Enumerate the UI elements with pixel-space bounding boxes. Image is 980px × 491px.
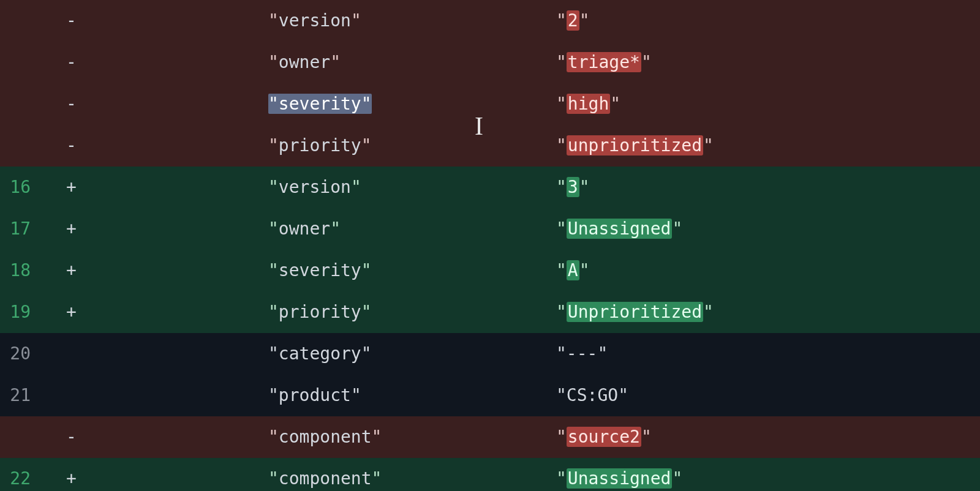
diff-view[interactable]: -"version""2"-"owner""triage*"-"severity…	[0, 0, 980, 491]
diff-key: "version"	[78, 167, 556, 208]
diff-line[interactable]: 18+"severity""A"	[0, 250, 980, 291]
diff-line[interactable]: 22+"component""Unassigned"	[0, 458, 980, 491]
diff-key: "component"	[78, 416, 556, 458]
diff-line[interactable]: 20 "category""---"	[0, 333, 980, 375]
diff-value: "high"	[556, 83, 980, 125]
diff-line[interactable]: -"owner""triage*"	[0, 42, 980, 83]
line-number: 20	[0, 333, 39, 375]
diff-key: "severity"	[78, 250, 556, 291]
diff-sign: -	[39, 416, 78, 458]
diff-key: "severity"	[78, 83, 556, 125]
diff-line[interactable]: -"priority""unprioritized"	[0, 125, 980, 167]
diff-value: "Unassigned"	[556, 458, 980, 491]
diff-line[interactable]: -"version""2"	[0, 0, 980, 42]
diff-value: "CS:GO"	[556, 375, 980, 416]
diff-value: "---"	[556, 333, 980, 375]
line-number: 21	[0, 375, 39, 416]
diff-key: "product"	[78, 375, 556, 416]
diff-key: "owner"	[78, 208, 556, 250]
diff-sign: +	[39, 458, 78, 491]
line-number: 16	[0, 167, 39, 208]
diff-line[interactable]: 19+"priority""Unprioritized"	[0, 291, 980, 333]
diff-line[interactable]: 16+"version""3"	[0, 167, 980, 208]
diff-sign	[39, 375, 78, 416]
diff-line[interactable]: -"component""source2"	[0, 416, 980, 458]
line-number: 22	[0, 458, 39, 491]
diff-value: "unprioritized"	[556, 125, 980, 167]
diff-key: "category"	[78, 333, 556, 375]
line-number: 18	[0, 250, 39, 291]
diff-sign	[39, 333, 78, 375]
diff-line[interactable]: 21 "product""CS:GO"	[0, 375, 980, 416]
diff-sign: -	[39, 125, 78, 167]
diff-line[interactable]: 17+"owner""Unassigned"	[0, 208, 980, 250]
diff-sign: +	[39, 167, 78, 208]
diff-key: "priority"	[78, 125, 556, 167]
diff-value: "3"	[556, 167, 980, 208]
diff-key: "component"	[78, 458, 556, 491]
diff-sign: +	[39, 250, 78, 291]
diff-key: "owner"	[78, 42, 556, 83]
line-number: 19	[0, 291, 39, 333]
diff-sign: -	[39, 0, 78, 42]
diff-sign: +	[39, 291, 78, 333]
diff-value: "2"	[556, 0, 980, 42]
diff-sign: -	[39, 42, 78, 83]
diff-sign: -	[39, 83, 78, 125]
diff-key: "priority"	[78, 291, 556, 333]
diff-value: "triage*"	[556, 42, 980, 83]
diff-line[interactable]: -"severity""high"	[0, 83, 980, 125]
line-number: 17	[0, 208, 39, 250]
diff-sign: +	[39, 208, 78, 250]
diff-value: "Unprioritized"	[556, 291, 980, 333]
diff-value: "Unassigned"	[556, 208, 980, 250]
diff-value: "A"	[556, 250, 980, 291]
diff-key: "version"	[78, 0, 556, 42]
diff-value: "source2"	[556, 416, 980, 458]
